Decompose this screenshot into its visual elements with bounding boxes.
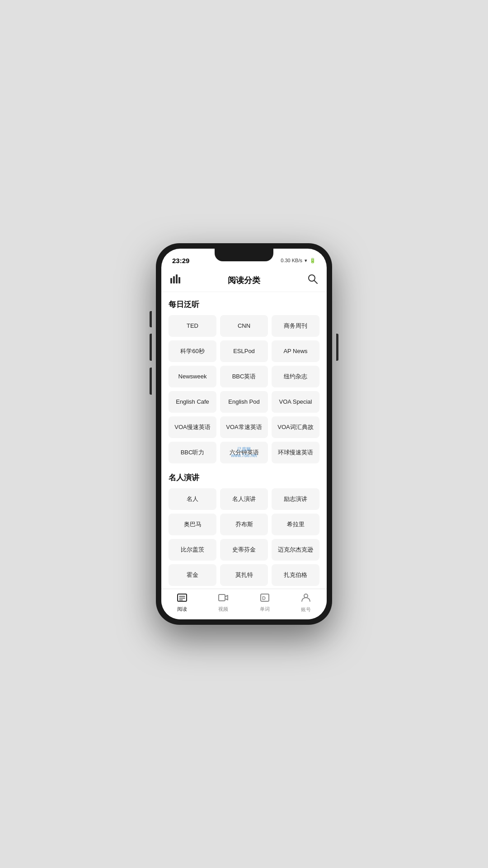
svg-rect-2: [176, 274, 178, 283]
list-item[interactable]: 迈克尔杰克逊: [272, 539, 319, 561]
notch: [215, 249, 273, 261]
status-time: 23:29: [172, 257, 189, 264]
section-title-daily: 每日泛听: [169, 299, 319, 310]
battery-icon: 🔋: [310, 258, 316, 264]
volume-down-button: [150, 368, 152, 395]
list-item[interactable]: 奥巴马: [169, 514, 216, 535]
svg-rect-3: [178, 277, 180, 283]
list-item[interactable]: 扎克伯格: [272, 564, 319, 586]
list-item[interactable]: 霍金: [169, 564, 216, 586]
svg-rect-0: [170, 278, 172, 283]
list-item[interactable]: VOA Special: [272, 391, 319, 413]
section-title-celebrity: 名人演讲: [169, 472, 319, 483]
celebrity-speech-grid: 名人 名人演讲 励志演讲 奥巴马 乔布斯 希拉里: [169, 488, 319, 586]
status-icons: 0.30 KB/s ▾ 🔋: [281, 258, 316, 264]
words-icon: D: [260, 593, 270, 604]
phone-screen: 23:29 0.30 KB/s ▾ 🔋 阅读分类: [161, 249, 327, 619]
daily-listening-grid: TED CNN 商务周刊 科学60秒 ESLPod AP: [169, 315, 319, 463]
nav-label-video: 视频: [218, 606, 228, 613]
list-item[interactable]: ESLPod: [220, 340, 268, 362]
svg-line-5: [314, 280, 318, 283]
list-item[interactable]: 商务周刊: [272, 315, 319, 337]
list-item[interactable]: English Pod: [220, 391, 268, 413]
chart-icon[interactable]: [170, 274, 180, 286]
nav-label-words: 单词: [260, 606, 270, 613]
list-item[interactable]: VOA词汇典故: [272, 416, 319, 438]
nav-item-read[interactable]: 阅读: [161, 593, 203, 615]
list-item[interactable]: 史蒂芬金: [220, 539, 268, 561]
bottom-nav: 阅读 视频 D 单词: [161, 589, 327, 619]
volume-up-button: [150, 334, 152, 361]
nav-item-account[interactable]: 账号: [286, 593, 327, 616]
list-item[interactable]: BBC听力: [169, 442, 216, 463]
svg-point-13: [304, 594, 308, 598]
list-item[interactable]: 纽约杂志: [272, 366, 319, 387]
search-icon[interactable]: [308, 274, 318, 287]
list-item[interactable]: VOA慢速英语: [169, 416, 216, 438]
nav-label-account: 账号: [301, 606, 311, 613]
nav-item-video[interactable]: 视频: [203, 593, 244, 615]
content-area: 每日泛听 TED CNN 商务周刊 科学60秒 ESLPod: [161, 292, 327, 589]
phone-shell: 23:29 0.30 KB/s ▾ 🔋 阅读分类: [156, 243, 332, 625]
list-item[interactable]: 励志演讲: [272, 488, 319, 510]
list-item[interactable]: Newsweek: [169, 366, 216, 387]
wifi-icon: ▾: [305, 258, 307, 264]
svg-rect-10: [219, 594, 225, 601]
silent-button: [150, 311, 152, 327]
read-icon: [177, 593, 187, 604]
list-item[interactable]: 名人演讲: [220, 488, 268, 510]
list-item[interactable]: CNN: [220, 315, 268, 337]
video-icon: [218, 593, 228, 604]
nav-label-read: 阅读: [177, 606, 187, 613]
list-item[interactable]: 科学60秒: [169, 340, 216, 362]
list-item[interactable]: AP News: [272, 340, 319, 362]
section-celebrity-speech: 名人演讲 名人 名人演讲 励志演讲 奥巴马 乔布斯: [169, 472, 319, 586]
list-item[interactable]: 名人: [169, 488, 216, 510]
list-item[interactable]: VOA常速英语: [220, 416, 268, 438]
list-item[interactable]: 莫扎特: [220, 564, 268, 586]
section-daily-listening: 每日泛听 TED CNN 商务周刊 科学60秒 ESLPod: [169, 299, 319, 463]
list-item[interactable]: English Cafe: [169, 391, 216, 413]
nav-item-words[interactable]: D 单词: [244, 593, 286, 615]
page-title: 阅读分类: [228, 275, 260, 286]
list-item[interactable]: 环球慢速英语: [272, 442, 319, 463]
header: 阅读分类: [161, 269, 327, 292]
svg-rect-1: [173, 276, 175, 283]
svg-text:D: D: [262, 595, 266, 601]
data-speed: 0.30 KB/s: [281, 258, 302, 263]
power-button: [336, 334, 338, 361]
list-item[interactable]: 乔布斯: [220, 514, 268, 535]
list-item[interactable]: 六分钟英语 已度网 www.7do.net: [220, 442, 268, 463]
list-item[interactable]: TED: [169, 315, 216, 337]
list-item[interactable]: 比尔盖茨: [169, 539, 216, 561]
list-item[interactable]: BBC英语: [220, 366, 268, 387]
list-item[interactable]: 希拉里: [272, 514, 319, 535]
account-icon: [301, 593, 311, 605]
